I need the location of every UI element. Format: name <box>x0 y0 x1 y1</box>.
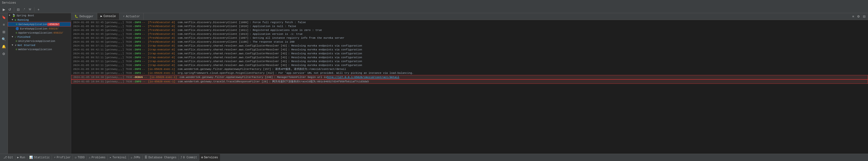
services-icon: ⚙ <box>201 156 203 159</box>
toolbar-sep-2 <box>34 7 34 12</box>
status-database-changes[interactable]: 🗄 Database Changes <box>143 154 178 161</box>
tab-debugger[interactable]: 🐛 Debugger <box>71 13 97 20</box>
sidebar-unity-app[interactable]: ⚙ UnityServiceApplication <box>8 39 71 43</box>
services-label: Services <box>204 156 218 159</box>
profiler-label: Profiler <box>57 156 71 159</box>
debugger-tab-label: Debugger <box>80 15 94 18</box>
status-jvms[interactable]: ☕ JVMs <box>129 154 142 161</box>
notifications-btn[interactable]: 🔔 <box>1 43 7 50</box>
tab-menu-btn[interactable]: ≡ <box>851 14 855 19</box>
sidebar: ▼ 🍃 Spring Boot ▼ ▶ Running ⚙ GatewayApp… <box>8 13 71 154</box>
bookmark-btn[interactable]: 🔖 <box>1 14 7 21</box>
log-line: 2024-01-05 09:42:11 [gateway,,,] 7636 -I… <box>71 48 868 52</box>
jvms-icon: ☕ <box>131 156 132 159</box>
tab-console[interactable]: ▶ Console <box>97 13 120 20</box>
log-line: 2024-01-05 09:47:11 [gateway,,,] 7636 -I… <box>71 52 868 56</box>
tab-settings-btn[interactable]: ⚙ <box>856 14 861 19</box>
log-line: 2024-01-05 09:32:45 [gateway,,,] 7636 -I… <box>71 36 868 40</box>
icon-web: ⚙ <box>16 48 17 51</box>
log-line: 2024-01-05 10:02:11 [gateway,,,] 7636 -I… <box>71 63 868 67</box>
statistic-icon: 📊 <box>29 156 33 159</box>
tab-right-icons: ≡ ⚙ ⊟ <box>851 14 868 19</box>
regex-btn[interactable]: .* <box>22 7 27 12</box>
log-line: 2024-01-05 09:32:45 [gateway,,,] 7636 -I… <box>71 28 868 32</box>
gateway-port: :65020/ <box>47 23 59 26</box>
run-icon: ▶ <box>17 156 19 159</box>
problems-icon: ⚠ <box>89 156 90 159</box>
log-line: 2024-01-05 09:57:11 [gateway,,,] 7636 -I… <box>71 59 868 63</box>
sidebar-gateway-app[interactable]: ⚙ GatewayApplication :65020/ <box>8 22 71 27</box>
icon-unity: ⚙ <box>16 39 17 43</box>
actuator-icon: ⚡ <box>123 14 125 18</box>
web-app-label: WebServiceApplication <box>18 48 52 51</box>
icon-not-started: ✗ <box>15 43 17 47</box>
word-wrap-btn[interactable]: W <box>28 7 32 12</box>
log-line-highlighted-2: 2024-01-05 10:04:31 [gateway,,,] 7636 -I… <box>71 79 868 84</box>
log-line: 2024-01-05 09:32:46 [gateway,,,] 7636 -I… <box>71 40 868 44</box>
appservice-app-label: AppServiceApplication <box>18 31 52 34</box>
problems-label: Problems <box>91 156 105 159</box>
tab-layout-btn[interactable]: ⊟ <box>862 14 867 19</box>
hierarchy-btn[interactable]: ⊞ <box>1 29 7 35</box>
settings-strip-btn[interactable]: ⚙ <box>1 51 7 57</box>
jvms-label: JVMs <box>133 156 141 159</box>
status-git[interactable]: ⎇ Git <box>1 154 15 161</box>
status-run[interactable]: ▶ Run <box>16 154 27 161</box>
tab-actuator[interactable]: ⚡ Actuator <box>119 13 144 20</box>
git-icon: ⎇ <box>3 156 7 159</box>
console-tab-label: Console <box>103 14 116 18</box>
status-services[interactable]: ⚙ Services <box>199 154 220 161</box>
toolbar-sep-1 <box>14 7 14 12</box>
log-line: 2024-01-05 09:32:45 [gateway,,,] 7636 -I… <box>71 32 868 36</box>
log-line: 2024-01-05 10:04:30 [gateway,,,] 7636 -I… <box>71 67 868 71</box>
status-bar: ⎇ Git ▶ Run 📊 Statistic ⚡ Profiler ☑ TOD… <box>0 154 868 161</box>
add-btn[interactable]: + <box>36 7 41 12</box>
log-line: 2024-01-05 09:32:45 [gateway,,,] 7636 -I… <box>71 24 868 28</box>
status-terminal[interactable]: ▸ Terminal <box>108 154 128 161</box>
git-label: Git <box>8 156 13 159</box>
commit-label: 0 Commit <box>183 156 197 159</box>
status-commit[interactable]: ⤴ 0 Commit <box>179 154 199 161</box>
log-line-highlighted: 2024-01-05 10:04:30 [gateway,,,] 7636 -D… <box>71 75 868 79</box>
log-line: 2024-01-05 09:52:11 [gateway,,,] 7636 -I… <box>71 56 868 59</box>
filter-btn[interactable]: ⊟ <box>16 7 21 12</box>
icon-gateway: ⚙ <box>16 23 18 26</box>
search-btn[interactable]: 🔍 <box>1 36 7 42</box>
sidebar-appservice-app[interactable]: ⚙ AppServiceApplication :65023/ <box>8 31 71 35</box>
actuator-tab-label: Actuator <box>126 15 140 18</box>
content-area: 🐛 Debugger ▶ Console ⚡ Actuator ≡ ⚙ ⊟ <box>71 13 868 154</box>
sidebar-finished[interactable]: ▼ ✓ Finished <box>8 35 71 39</box>
left-strip: 🔖 ≡ ⊞ 🔍 🔔 ⚙ <box>0 13 8 154</box>
sidebar-not-started[interactable]: ▼ ✗ Not Started <box>8 43 71 47</box>
log-url-link[interactable]: http://127.0.0.1:65020/cmccid/contract/d… <box>327 75 399 79</box>
commit-icon: ⤴ <box>181 156 182 159</box>
status-profiler[interactable]: ⚡ Profiler <box>52 154 73 161</box>
debugger-icon: 🐛 <box>74 14 78 18</box>
sidebar-eureka-app[interactable]: 🌀 EurekaApplication :65019/ <box>8 27 71 31</box>
run-btn[interactable]: ▶ <box>1 7 6 12</box>
icon-eureka: 🌀 <box>16 27 19 30</box>
structure-btn[interactable]: ≡ <box>1 22 7 28</box>
running-label: Running <box>18 19 29 22</box>
sidebar-spring-boot[interactable]: ▼ 🍃 Spring Boot <box>8 13 71 18</box>
sidebar-running[interactable]: ▼ ▶ Running <box>8 18 71 22</box>
status-problems[interactable]: ⚠ Problems <box>87 154 107 161</box>
eureka-port: :65019/ <box>47 27 59 30</box>
sidebar-web-app[interactable]: ⚙ WebServiceApplication <box>8 47 71 52</box>
log-line: 2024-01-05 09:32:45 [gateway,,,] 7636 -I… <box>71 21 868 24</box>
console-icon: ▶ <box>101 14 102 18</box>
finished-label: Finished <box>18 36 30 38</box>
log-line: 2024-01-05 10:04:30 [gateway,,,] 7636 -I… <box>71 71 868 75</box>
rerun-btn[interactable]: ↺ <box>7 7 12 12</box>
arrow-spring-boot: ▼ <box>9 14 11 17</box>
status-statistic[interactable]: 📊 Statistic <box>27 154 52 161</box>
window-title: Services <box>2 1 16 5</box>
status-todo[interactable]: ☑ TODO <box>73 154 87 161</box>
unity-app-label: UnityServiceApplication <box>18 40 55 43</box>
todo-icon: ☑ <box>75 156 76 159</box>
log-area[interactable]: 2024-01-05 09:32:45 [gateway,,,] 7636 -I… <box>71 20 868 154</box>
arrow-running: ▼ <box>12 19 14 21</box>
main-area: 🔖 ≡ ⊞ 🔍 🔔 ⚙ ▼ 🍃 Spring Boot ▼ ▶ Running … <box>0 13 868 154</box>
not-started-label: Not Started <box>18 44 35 47</box>
icon-spring: 🍃 <box>12 13 16 17</box>
